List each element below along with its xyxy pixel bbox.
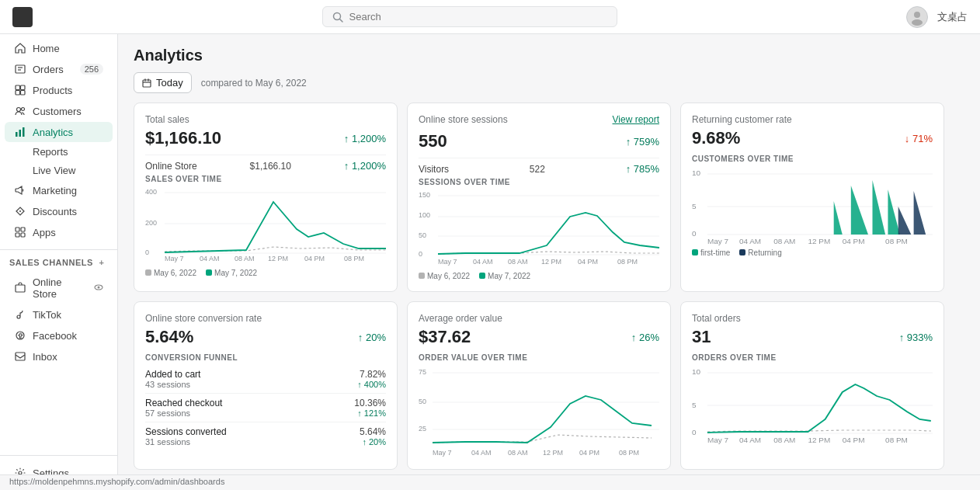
funnel-checkout-pct: 10.36% <box>354 398 386 408</box>
svg-rect-14 <box>19 130 22 137</box>
sidebar-item-facebook[interactable]: Facebook <box>5 325 113 346</box>
avg-order-card: Average order value $37.62 ↑ 26% ORDER V… <box>407 301 671 470</box>
first-time-legend-dot <box>692 249 698 255</box>
svg-text:50: 50 <box>419 231 426 239</box>
online-store-eye-icon[interactable] <box>94 283 103 294</box>
sidebar-item-marketing-label: Marketing <box>33 185 77 196</box>
conversion-funnel: Added to cart 43 sessions 7.82% ↑ 400% R… <box>145 365 386 450</box>
today-button[interactable]: Today <box>134 72 192 93</box>
today-label: Today <box>156 77 183 89</box>
returning-rate-title: Returning customer rate <box>692 114 933 125</box>
sidebar-item-inbox[interactable]: Inbox <box>5 346 113 367</box>
orders-badge: 256 <box>80 64 103 75</box>
app-logo <box>12 7 33 27</box>
customers-icon <box>14 105 26 117</box>
sidebar-item-live-view[interactable]: Live View <box>5 162 113 179</box>
inbox-icon <box>14 350 26 363</box>
apps-icon <box>14 226 26 238</box>
svg-text:May 7: May 7 <box>438 258 457 266</box>
svg-marker-63 <box>834 201 843 235</box>
funnel-cart-pct: 7.82% <box>357 369 386 380</box>
returning-chart-label: CUSTOMERS OVER TIME <box>692 155 933 163</box>
total-orders-title: Total orders <box>692 313 933 324</box>
sidebar-item-online-store[interactable]: Online Store <box>5 273 113 304</box>
products-icon <box>14 84 26 96</box>
sales-chart-label: SALES OVER TIME <box>145 175 386 183</box>
conversion-rate-card: Online store conversion rate 5.64% ↑ 20%… <box>134 301 398 470</box>
sidebar-item-facebook-label: Facebook <box>33 330 77 342</box>
search-input[interactable] <box>349 11 607 23</box>
total-sales-title: Total sales <box>145 114 386 125</box>
online-sessions-card: Online store sessions View report 550 ↑ … <box>407 103 671 292</box>
total-sales-change: ↑ 1,200% <box>344 133 386 144</box>
sales-channels-label: Sales channels <box>9 258 93 267</box>
funnel-checkout-sub: 57 sessions <box>145 408 222 418</box>
sessions-title: Online store sessions <box>419 114 508 125</box>
svg-text:04 PM: 04 PM <box>843 436 865 443</box>
sessions-chart-legend: May 6, 2022 May 7, 2022 <box>419 272 659 280</box>
svg-text:12 PM: 12 PM <box>808 237 830 245</box>
returning-rate-value: 9.68% <box>692 128 740 148</box>
conversion-change: ↑ 20% <box>358 332 386 343</box>
search-bar[interactable] <box>322 6 617 27</box>
bottom-cards-row: Online store conversion rate 5.64% ↑ 20%… <box>118 301 960 479</box>
total-orders-change: ↑ 933% <box>899 332 933 343</box>
sessions-value: 550 <box>419 131 447 151</box>
svg-text:200: 200 <box>145 219 157 227</box>
sidebar-item-reports[interactable]: Reports <box>5 143 113 161</box>
sidebar-item-online-store-label: Online Store <box>33 276 88 300</box>
sidebar-item-discounts[interactable]: Discounts <box>5 201 113 221</box>
user-name: 文桌占 <box>937 10 968 24</box>
sidebar-item-customers[interactable]: Customers <box>5 101 113 121</box>
svg-marker-66 <box>888 189 900 235</box>
total-orders-value: 31 <box>692 327 711 347</box>
sidebar-item-customers-label: Customers <box>33 106 82 117</box>
svg-text:04 AM: 04 AM <box>200 255 220 262</box>
total-sales-sub-label: Online Store <box>145 161 197 172</box>
svg-text:5: 5 <box>692 202 697 210</box>
main-toolbar: Today compared to May 6, 2022 <box>134 72 944 93</box>
sidebar-item-analytics-label: Analytics <box>33 127 73 138</box>
facebook-icon <box>14 329 26 342</box>
svg-text:08 PM: 08 PM <box>885 237 908 245</box>
sidebar-item-apps[interactable]: Apps <box>5 222 113 242</box>
sidebar-item-products[interactable]: Products <box>5 80 113 100</box>
funnel-converted-pct: 5.64% <box>360 426 386 437</box>
avg-order-chart-label: ORDER VALUE OVER TIME <box>419 353 659 362</box>
add-sales-channel-btn[interactable]: + <box>96 256 108 269</box>
svg-rect-15 <box>23 127 25 137</box>
svg-text:04 AM: 04 AM <box>473 258 493 266</box>
total-sales-sub-value: $1,166.10 <box>250 161 291 172</box>
sidebar-item-tiktok[interactable]: TikTok <box>5 304 113 325</box>
funnel-checkout-label: Reached checkout <box>145 398 222 408</box>
sidebar-item-home[interactable]: Home <box>5 38 113 58</box>
sidebar-item-orders[interactable]: Orders 256 <box>5 59 113 79</box>
topbar-right: 文桌占 <box>906 6 968 28</box>
sidebar-item-analytics[interactable]: Analytics <box>5 122 113 142</box>
orders-icon <box>14 63 26 75</box>
sidebar-item-products-label: Products <box>33 85 72 96</box>
sidebar-item-marketing[interactable]: Marketing <box>5 180 113 200</box>
svg-rect-20 <box>21 233 25 237</box>
sessions-sub-value: 522 <box>530 164 545 175</box>
legend-dot-new <box>206 269 212 276</box>
sidebar-item-live-view-label: Live View <box>33 165 75 176</box>
returning-rate-change: ↓ 71% <box>905 133 933 144</box>
svg-text:May 7: May 7 <box>433 449 452 457</box>
svg-point-11 <box>17 108 21 112</box>
svg-text:08 AM: 08 AM <box>508 449 528 457</box>
svg-text:04 PM: 04 PM <box>578 258 598 266</box>
svg-marker-64 <box>851 186 868 235</box>
view-report-link[interactable]: View report <box>613 114 659 125</box>
svg-text:08 AM: 08 AM <box>235 255 255 262</box>
svg-text:0: 0 <box>145 248 149 256</box>
returning-chart: 10 5 0 M <box>692 166 933 244</box>
sales-chart-legend: May 6, 2022 May 7, 2022 <box>145 269 386 277</box>
online-store-icon <box>14 282 26 294</box>
funnel-checkout-change: ↑ 121% <box>354 408 386 418</box>
svg-text:08 PM: 08 PM <box>344 255 364 262</box>
svg-text:0: 0 <box>419 250 422 258</box>
funnel-row-checkout: Reached checkout 57 sessions 10.36% ↑ 12… <box>145 394 386 422</box>
status-bar: https://moldenpehmns.myshopify.com/admin… <box>0 474 980 490</box>
svg-point-2 <box>914 12 920 18</box>
